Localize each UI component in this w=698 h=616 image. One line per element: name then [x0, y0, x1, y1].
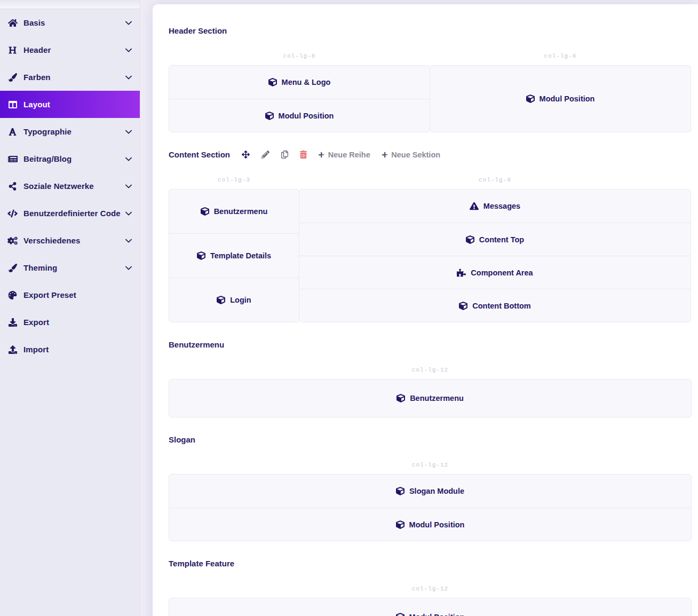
sidebar-item-header[interactable]: Header [0, 36, 140, 64]
module-label: Slogan Module [409, 487, 464, 495]
sidebar-item-label: Verschiedenes [23, 236, 80, 245]
chevron-down-icon [125, 264, 132, 272]
section-slogan: Slogan col-lg-12 Slogan Module Modul Pos… [169, 433, 692, 541]
layout-column: col-lg-6 Modul Position [430, 53, 691, 132]
cogs-icon [5, 236, 20, 245]
layout-row: col-lg-6 Menu & Logo Modul Position col- [169, 53, 692, 132]
chevron-down-icon [125, 46, 132, 54]
sidebar-item-beitrag-blog[interactable]: Beitrag/Blog [0, 145, 140, 172]
column-width-label: col-lg-12 [169, 367, 692, 375]
cube-icon [459, 302, 467, 310]
chevron-down-icon [125, 155, 132, 163]
cube-icon [466, 235, 474, 244]
module-cell: Menu & Logo [169, 66, 430, 99]
cube-icon [396, 520, 404, 529]
module-cell: Slogan Module [169, 475, 691, 508]
module-cell: Messages [299, 189, 691, 223]
layout-column: col-lg-12 Benutzermenu [169, 367, 692, 417]
plus-icon [382, 152, 388, 158]
layout-column: col-lg-6 Menu & Logo Modul Position [169, 53, 430, 132]
chevron-down-icon [125, 237, 132, 244]
sidebar-item-label: Basis [23, 18, 45, 27]
module-label: Modul Position [279, 112, 334, 120]
sidebar-item-export[interactable]: Export [0, 309, 140, 336]
trash-icon[interactable] [300, 151, 307, 159]
section-title: Header Section [169, 26, 227, 35]
layout-row: col-lg-3 Benutzermenu Template Details [169, 177, 692, 322]
chevron-down-icon [125, 128, 132, 136]
sidebar-item-label: Benutzerdefinierter Code [23, 209, 121, 218]
sidebar-item-label: Beitrag/Blog [23, 154, 72, 163]
module-label: Messages [483, 202, 520, 210]
home-icon [5, 19, 20, 27]
module-cell: Modul Position [169, 99, 430, 132]
column-width-label: col-lg-9 [299, 177, 691, 185]
module-cell: Modul Position [430, 66, 691, 132]
cube-icon [268, 78, 277, 86]
add-section-button[interactable]: Neue Sektion [382, 151, 440, 159]
column-width-label: col-lg-6 [169, 53, 430, 61]
module-cell: Modul Position [169, 598, 691, 616]
sidebar-menu: Basis Header Farben Layout Typographie B… [0, 9, 140, 363]
sidebar-item-typographie[interactable]: Typographie [0, 118, 140, 145]
sidebar-item-label: Theming [23, 263, 57, 272]
layout-column: col-lg-12 Slogan Module Modul Position [169, 462, 692, 541]
heading-icon [5, 46, 20, 54]
sidebar-item-layout[interactable]: Layout [0, 91, 140, 118]
section-content: Content Section Neue Reihe Neue Sektion … [169, 148, 692, 322]
column-width-label: col-lg-12 [169, 462, 692, 470]
sidebar-top-strip [0, 0, 140, 9]
edit-pencil-icon[interactable] [261, 151, 269, 159]
module-label: Login [230, 296, 251, 304]
download-icon [5, 318, 20, 327]
cube-icon [265, 112, 274, 120]
move-section-icon[interactable] [242, 151, 250, 159]
upload-icon [5, 345, 20, 354]
section-title: Template Feature [169, 559, 234, 568]
sidebar-item-theming[interactable]: Theming [0, 254, 140, 281]
sidebar-item-basis[interactable]: Basis [0, 9, 140, 36]
cube-icon [217, 296, 225, 304]
module-cell: Content Top [299, 223, 691, 256]
share-icon [5, 182, 20, 191]
plus-icon [319, 152, 324, 158]
chevron-down-icon [125, 183, 132, 190]
sidebar-item-import[interactable]: Import [0, 336, 140, 363]
module-label: Content Top [479, 235, 524, 244]
module-label: Modul Position [409, 520, 465, 529]
module-label: Modul Position [540, 94, 595, 103]
copy-icon[interactable] [281, 151, 288, 159]
sidebar-item-export-preset[interactable]: Export Preset [0, 281, 140, 309]
column-box: Menu & Logo Modul Position [169, 65, 430, 132]
code-icon [5, 209, 20, 218]
sidebar-item-label: Export [23, 318, 49, 327]
module-label: Content Bottom [472, 302, 531, 310]
cube-icon [396, 394, 405, 402]
section-template-feature: Template Feature col-lg-12 Modul Positio… [169, 557, 692, 616]
column-width-label: col-lg-6 [430, 53, 691, 61]
section-title: Content Section [169, 150, 230, 159]
layout-builder-card: Header Section col-lg-6 Menu & Logo Modu… [153, 4, 698, 616]
column-width-label: col-lg-12 [169, 586, 692, 594]
module-cell: Login [169, 278, 299, 322]
module-cell: Component Area [299, 256, 691, 289]
sidebar-item-label: Farben [23, 73, 51, 82]
module-cell: Benutzermenu [169, 380, 691, 417]
add-row-button[interactable]: Neue Reihe [319, 151, 370, 159]
sidebar-item-verschiedenes[interactable]: Verschiedenes [0, 227, 140, 254]
sidebar-item-benutzerdefinierter-code[interactable]: Benutzerdefinierter Code [0, 200, 140, 227]
newspaper-icon [5, 155, 20, 163]
paint-brush-icon [5, 73, 20, 82]
chevron-down-icon [125, 19, 132, 27]
section-title: Slogan [169, 435, 195, 444]
sidebar-item-soziale-netzwerke[interactable]: Soziale Netzwerke [0, 172, 140, 200]
cube-icon [396, 487, 404, 495]
puzzle-piece-icon [457, 268, 466, 277]
main-area: Header Section col-lg-6 Menu & Logo Modu… [140, 0, 698, 616]
column-box: Messages Content Top Component Area [299, 189, 691, 322]
columns-icon [5, 100, 20, 109]
layout-row: col-lg-12 Benutzermenu [169, 367, 692, 417]
column-width-label: col-lg-3 [169, 177, 299, 185]
sidebar-item-label: Import [23, 345, 49, 354]
sidebar-item-farben[interactable]: Farben [0, 64, 140, 91]
